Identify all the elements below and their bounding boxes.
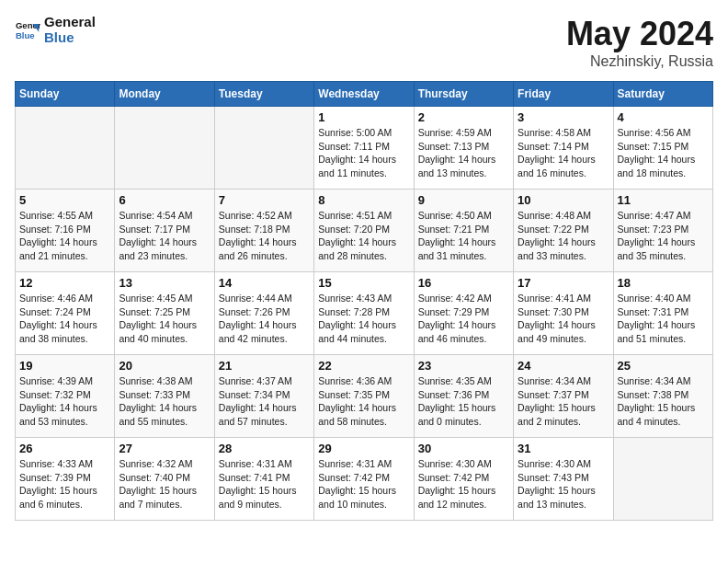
calendar-cell: 10Sunrise: 4:48 AMSunset: 7:22 PMDayligh… <box>514 190 613 272</box>
day-info: Sunrise: 4:51 AMSunset: 7:20 PMDaylight:… <box>318 209 409 263</box>
day-number: 25 <box>618 359 709 373</box>
calendar-cell: 25Sunrise: 4:34 AMSunset: 7:38 PMDayligh… <box>613 355 712 438</box>
calendar-cell: 30Sunrise: 4:30 AMSunset: 7:42 PMDayligh… <box>414 438 513 521</box>
week-row-1: 1Sunrise: 5:00 AMSunset: 7:11 PMDaylight… <box>16 107 713 190</box>
day-info: Sunrise: 4:39 AMSunset: 7:32 PMDaylight:… <box>19 374 110 429</box>
weekday-friday: Friday <box>514 82 613 107</box>
day-number: 30 <box>418 442 509 455</box>
calendar-cell: 2Sunrise: 4:59 AMSunset: 7:13 PMDaylight… <box>414 107 513 190</box>
day-number: 3 <box>518 110 609 124</box>
weekday-monday: Monday <box>115 82 214 107</box>
calendar-cell: 19Sunrise: 4:39 AMSunset: 7:32 PMDayligh… <box>16 355 115 438</box>
day-info: Sunrise: 4:43 AMSunset: 7:28 PMDaylight:… <box>318 292 409 346</box>
day-number: 5 <box>19 193 110 207</box>
logo: General Blue General Blue <box>15 15 96 45</box>
day-info: Sunrise: 4:41 AMSunset: 7:30 PMDaylight:… <box>518 292 609 346</box>
calendar-cell: 24Sunrise: 4:34 AMSunset: 7:37 PMDayligh… <box>514 355 613 438</box>
week-row-3: 12Sunrise: 4:46 AMSunset: 7:24 PMDayligh… <box>16 272 713 355</box>
day-number: 14 <box>219 276 310 290</box>
logo-icon: General Blue <box>15 17 40 43</box>
day-info: Sunrise: 4:34 AMSunset: 7:37 PMDaylight:… <box>518 374 609 429</box>
day-info: Sunrise: 4:56 AMSunset: 7:15 PMDaylight:… <box>618 126 709 180</box>
calendar-cell: 17Sunrise: 4:41 AMSunset: 7:30 PMDayligh… <box>514 272 613 355</box>
calendar-location: Nezhinskiy, Russia <box>566 53 713 70</box>
day-number: 29 <box>318 442 409 455</box>
day-info: Sunrise: 4:54 AMSunset: 7:17 PMDaylight:… <box>119 209 210 263</box>
day-info: Sunrise: 4:30 AMSunset: 7:42 PMDaylight:… <box>418 457 509 511</box>
day-info: Sunrise: 4:34 AMSunset: 7:38 PMDaylight:… <box>618 374 709 429</box>
weekday-wednesday: Wednesday <box>314 82 414 107</box>
day-number: 15 <box>318 276 409 290</box>
calendar-cell <box>16 107 115 190</box>
calendar-table: SundayMondayTuesdayWednesdayThursdayFrid… <box>15 81 713 521</box>
day-info: Sunrise: 4:52 AMSunset: 7:18 PMDaylight:… <box>219 209 310 263</box>
day-number: 19 <box>19 359 110 373</box>
day-number: 7 <box>219 193 310 207</box>
calendar-cell: 28Sunrise: 4:31 AMSunset: 7:41 PMDayligh… <box>214 438 313 521</box>
title-block: May 2024 Nezhinskiy, Russia <box>566 15 713 70</box>
day-number: 12 <box>19 276 110 290</box>
day-info: Sunrise: 4:47 AMSunset: 7:23 PMDaylight:… <box>618 209 709 263</box>
day-number: 17 <box>518 276 609 290</box>
day-info: Sunrise: 4:44 AMSunset: 7:26 PMDaylight:… <box>219 292 310 346</box>
logo-blue: Blue <box>44 30 96 46</box>
day-number: 11 <box>618 193 709 207</box>
day-info: Sunrise: 4:48 AMSunset: 7:22 PMDaylight:… <box>518 209 609 263</box>
day-number: 24 <box>518 359 609 373</box>
calendar-cell: 27Sunrise: 4:32 AMSunset: 7:40 PMDayligh… <box>115 438 214 521</box>
day-info: Sunrise: 4:32 AMSunset: 7:40 PMDaylight:… <box>119 457 210 511</box>
calendar-cell: 31Sunrise: 4:30 AMSunset: 7:43 PMDayligh… <box>514 438 613 521</box>
calendar-cell: 16Sunrise: 4:42 AMSunset: 7:29 PMDayligh… <box>414 272 513 355</box>
calendar-cell: 22Sunrise: 4:36 AMSunset: 7:35 PMDayligh… <box>314 355 414 438</box>
day-number: 28 <box>219 442 310 455</box>
calendar-cell: 7Sunrise: 4:52 AMSunset: 7:18 PMDaylight… <box>214 190 313 272</box>
day-number: 13 <box>119 276 210 290</box>
day-info: Sunrise: 4:31 AMSunset: 7:42 PMDaylight:… <box>318 457 409 511</box>
calendar-cell: 23Sunrise: 4:35 AMSunset: 7:36 PMDayligh… <box>414 355 513 438</box>
calendar-cell: 20Sunrise: 4:38 AMSunset: 7:33 PMDayligh… <box>115 355 214 438</box>
calendar-cell: 3Sunrise: 4:58 AMSunset: 7:14 PMDaylight… <box>514 107 613 190</box>
weekday-saturday: Saturday <box>613 82 712 107</box>
calendar-cell: 29Sunrise: 4:31 AMSunset: 7:42 PMDayligh… <box>314 438 414 521</box>
day-number: 16 <box>418 276 509 290</box>
day-number: 1 <box>318 110 409 124</box>
calendar-cell: 6Sunrise: 4:54 AMSunset: 7:17 PMDaylight… <box>115 190 214 272</box>
calendar-cell: 15Sunrise: 4:43 AMSunset: 7:28 PMDayligh… <box>314 272 414 355</box>
week-row-2: 5Sunrise: 4:55 AMSunset: 7:16 PMDaylight… <box>16 190 713 272</box>
calendar-cell: 26Sunrise: 4:33 AMSunset: 7:39 PMDayligh… <box>16 438 115 521</box>
calendar-cell: 14Sunrise: 4:44 AMSunset: 7:26 PMDayligh… <box>214 272 313 355</box>
week-row-4: 19Sunrise: 4:39 AMSunset: 7:32 PMDayligh… <box>16 355 713 438</box>
weekday-header-row: SundayMondayTuesdayWednesdayThursdayFrid… <box>16 82 713 107</box>
calendar-cell: 4Sunrise: 4:56 AMSunset: 7:15 PMDaylight… <box>613 107 712 190</box>
calendar-cell: 18Sunrise: 4:40 AMSunset: 7:31 PMDayligh… <box>613 272 712 355</box>
day-number: 6 <box>119 193 210 207</box>
day-info: Sunrise: 4:36 AMSunset: 7:35 PMDaylight:… <box>318 374 409 429</box>
page-header: General Blue General Blue May 2024 Nezhi… <box>15 15 713 70</box>
logo-general: General <box>44 15 96 30</box>
day-info: Sunrise: 4:40 AMSunset: 7:31 PMDaylight:… <box>618 292 709 346</box>
calendar-cell: 9Sunrise: 4:50 AMSunset: 7:21 PMDaylight… <box>414 190 513 272</box>
calendar-cell <box>214 107 313 190</box>
calendar-cell: 1Sunrise: 5:00 AMSunset: 7:11 PMDaylight… <box>314 107 414 190</box>
calendar-cell <box>613 438 712 521</box>
day-number: 20 <box>119 359 210 373</box>
day-number: 26 <box>19 442 110 455</box>
day-number: 31 <box>518 442 609 455</box>
day-number: 23 <box>418 359 509 373</box>
calendar-title: May 2024 <box>566 15 713 53</box>
calendar-cell: 13Sunrise: 4:45 AMSunset: 7:25 PMDayligh… <box>115 272 214 355</box>
day-number: 21 <box>219 359 310 373</box>
day-info: Sunrise: 4:55 AMSunset: 7:16 PMDaylight:… <box>19 209 110 263</box>
day-info: Sunrise: 4:37 AMSunset: 7:34 PMDaylight:… <box>219 374 310 429</box>
day-info: Sunrise: 4:59 AMSunset: 7:13 PMDaylight:… <box>418 126 509 180</box>
day-info: Sunrise: 4:46 AMSunset: 7:24 PMDaylight:… <box>19 292 110 346</box>
day-number: 22 <box>318 359 409 373</box>
weekday-thursday: Thursday <box>414 82 513 107</box>
calendar-header: SundayMondayTuesdayWednesdayThursdayFrid… <box>16 82 713 107</box>
calendar-cell: 8Sunrise: 4:51 AMSunset: 7:20 PMDaylight… <box>314 190 414 272</box>
day-number: 9 <box>418 193 509 207</box>
day-info: Sunrise: 4:35 AMSunset: 7:36 PMDaylight:… <box>418 374 509 429</box>
day-number: 8 <box>318 193 409 207</box>
day-number: 2 <box>418 110 509 124</box>
svg-text:Blue: Blue <box>16 29 35 40</box>
